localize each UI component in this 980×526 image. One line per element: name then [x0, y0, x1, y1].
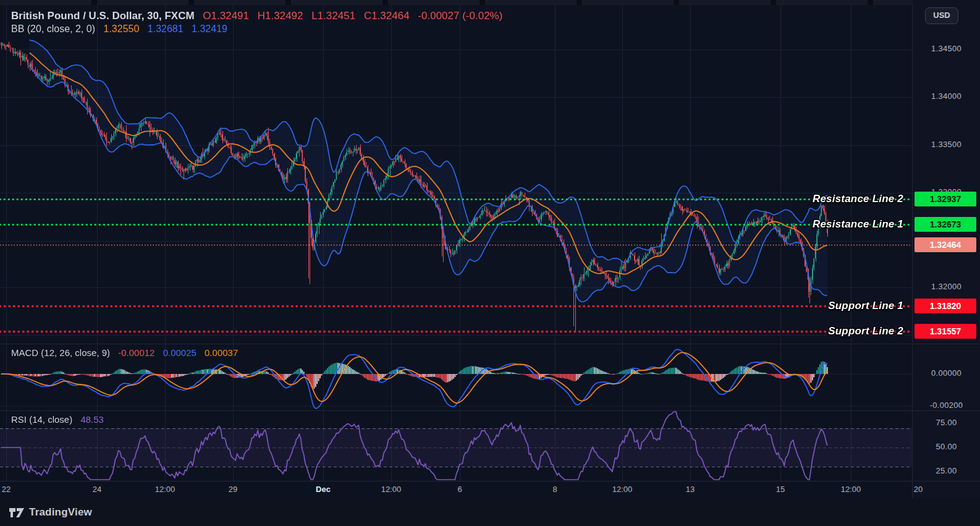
bb-basis-value: 1.32550 — [104, 23, 140, 34]
currency-button[interactable]: USD — [925, 7, 958, 24]
tradingview-chart-app: British Pound / U.S. Dollar, 30, FXCM O1… — [0, 0, 980, 526]
price-axis-tick: 50.00 — [913, 442, 980, 451]
bottom-toolbar: TradingView — [0, 498, 980, 526]
time-axis-tick: 6 — [457, 485, 462, 494]
time-axis-tick: 12:00 — [155, 485, 175, 494]
price-axis-tick: -0.00200 — [913, 401, 980, 410]
bb-legend[interactable]: BB (20, close, 2, 0) 1.32550 1.32681 1.3… — [11, 23, 233, 35]
macd-hist-value: -0.00012 — [118, 347, 154, 358]
price-axis-level-label: 1.32937 — [915, 192, 976, 206]
bb-lower-value: 1.32419 — [192, 23, 227, 34]
ohlc-low: L1.32451 — [311, 10, 355, 22]
time-axis-tick: 22 — [2, 485, 11, 494]
price-axis-tick: 0.00000 — [913, 368, 980, 378]
price-axis-tick: 1.34000 — [913, 91, 980, 101]
rsi-legend[interactable]: RSI (14, close) 48.53 — [11, 414, 109, 425]
price-axis-level-label: 1.31557 — [915, 324, 976, 339]
tradingview-logo-icon — [9, 505, 25, 520]
pane-separator[interactable] — [0, 410, 980, 411]
rsi-pane-canvas[interactable] — [0, 410, 912, 481]
symbol-legend[interactable]: British Pound / U.S. Dollar, 30, FXCM O1… — [11, 10, 508, 22]
level-line-label[interactable]: Resistance Line 2 — [813, 192, 903, 206]
time-axis-tick: 15 — [776, 485, 785, 494]
time-axis-tick: 12:00 — [612, 485, 633, 494]
price-pane-canvas[interactable] — [0, 5, 912, 344]
price-axis-border — [912, 5, 913, 498]
macd-label: MACD (12, 26, close, 9) — [11, 347, 110, 358]
price-axis-level-label: 1.31820 — [915, 299, 976, 313]
price-axis-tick: 25.00 — [913, 466, 980, 475]
change-value: -0.00027 (-0.02%) — [418, 10, 502, 22]
time-axis-tick: 12:00 — [381, 485, 402, 494]
bb-upper-value: 1.32681 — [148, 23, 184, 34]
level-line-label[interactable]: Resistance Line 1 — [813, 217, 903, 232]
ohlc-close: C1.32464 — [364, 10, 410, 22]
bb-label: BB (20, close, 2, 0) — [11, 23, 95, 34]
price-axis-tick: 1.33500 — [913, 140, 980, 149]
ohlc-open: O1.32491 — [203, 10, 249, 22]
ohlc-high: H1.32492 — [258, 10, 303, 22]
tradingview-logo-text: TradingView — [29, 506, 92, 519]
macd-legend[interactable]: MACD (12, 26, close, 9) -0.00012 0.00025… — [11, 347, 243, 358]
time-axis-tick: Dec — [316, 485, 331, 494]
level-line-label[interactable]: Support Line 2 — [828, 324, 903, 339]
macd-signal-value: 0.00037 — [205, 347, 238, 358]
time-axis-tick: 13 — [686, 485, 695, 494]
tradingview-logo[interactable]: TradingView — [9, 505, 92, 520]
time-axis[interactable]: 222412:0029Dec12:006812:00131512:0020 — [0, 481, 980, 498]
symbol-title: British Pound / U.S. Dollar, 30, FXCM — [11, 10, 195, 22]
time-axis-tick: 24 — [93, 485, 101, 494]
price-axis-tick: 75.00 — [913, 418, 980, 427]
time-axis-tick: 20 — [914, 485, 923, 494]
price-axis-tick: 1.34500 — [913, 44, 980, 53]
time-axis-tick: 12:00 — [841, 485, 861, 494]
rsi-value: 48.53 — [80, 414, 104, 425]
price-axis-level-label: 1.32673 — [915, 217, 976, 232]
time-axis-tick: 8 — [552, 485, 557, 494]
pane-separator[interactable] — [0, 344, 980, 344]
price-axis[interactable]: USD 1.345001.340001.335001.330001.325001… — [913, 0, 980, 498]
rsi-label: RSI (14, close) — [11, 414, 72, 425]
price-axis-tick: 1.32000 — [913, 282, 980, 291]
level-line-label[interactable]: Support Line 1 — [828, 299, 903, 313]
macd-line-value: 0.00025 — [163, 347, 196, 358]
price-axis-level-label: 1.32464 — [915, 237, 976, 252]
time-axis-tick: 29 — [229, 485, 237, 494]
